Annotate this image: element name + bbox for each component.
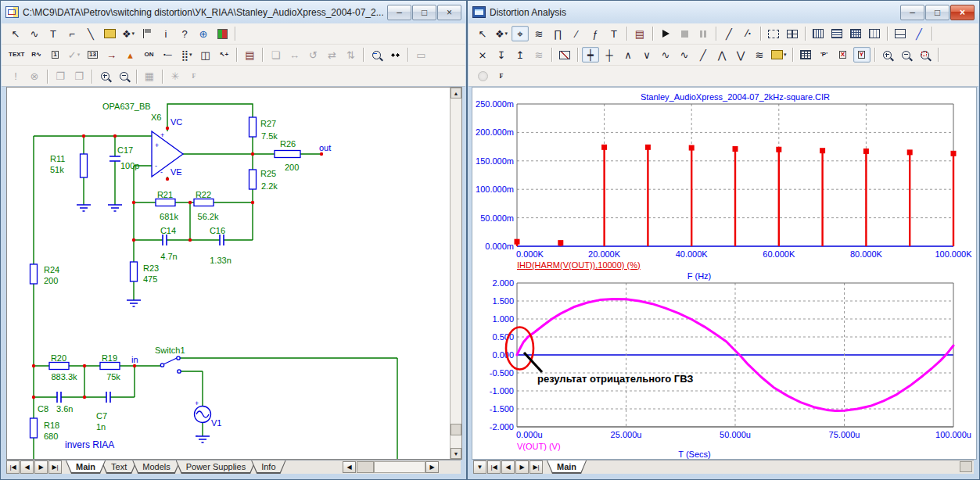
pin-state-icon[interactable]: ON (140, 47, 157, 63)
tab-text[interactable]: Text (101, 460, 137, 474)
wave-small2-icon[interactable]: ∿ (676, 47, 693, 63)
nav-button[interactable]: ▶| (48, 460, 62, 474)
minimize-button[interactable]: – (900, 5, 924, 20)
attribute-text-icon[interactable]: R∿ (27, 47, 45, 63)
probe-mode-icon[interactable]: ⌖ (512, 26, 529, 41)
power-icon[interactable]: ▴ (121, 47, 138, 63)
scroll-up-button[interactable]: ▲ (451, 88, 461, 99)
envelope-icon[interactable]: ≋ (751, 47, 768, 63)
zoom-in-icon[interactable] (879, 47, 896, 63)
nav-button[interactable]: |◀ (6, 460, 20, 474)
fx-icon[interactable]: ƒ (587, 26, 604, 41)
copy-page-icon[interactable]: ❐ (52, 69, 69, 84)
zoom-out-icon[interactable] (898, 47, 915, 63)
text-mode-icon[interactable]: T (45, 26, 62, 41)
vscroll-thumb[interactable] (451, 424, 461, 435)
stretch-icon[interactable]: ↔ (285, 47, 303, 63)
tab-main[interactable]: Main (66, 460, 106, 474)
nav-button[interactable]: |◀ (487, 460, 501, 474)
analysis-titlebar[interactable]: Distortion Analysis – □ × (468, 1, 979, 23)
flag-mode-icon[interactable] (138, 26, 156, 41)
table-icon[interactable] (797, 47, 814, 63)
data-points-icon[interactable]: ▾ (770, 47, 788, 63)
polyline-icon[interactable]: ╱• (739, 26, 756, 41)
find-wave-icon[interactable] (368, 47, 385, 63)
nav-button[interactable]: ◀ (20, 460, 34, 474)
select-box-icon[interactable] (765, 26, 782, 41)
wave-gray-icon[interactable]: ≋ (530, 47, 547, 63)
schematic-hscrollbar[interactable]: ◀ ▶ (343, 461, 452, 473)
pattern-vertical-icon[interactable] (809, 26, 827, 41)
plot-area[interactable]: Stanley_AudioXpress_2004-07_2kHz-square.… (472, 87, 977, 460)
display-icon[interactable]: ▭ (412, 47, 429, 63)
split-plot-icon[interactable] (892, 26, 909, 41)
close-button[interactable]: × (437, 5, 461, 20)
nav-button[interactable]: ▶ (34, 460, 48, 474)
attributes-icon[interactable]: ▤ (241, 47, 258, 63)
pause-icon[interactable] (695, 26, 712, 41)
rotate-icon[interactable]: ↺ (304, 47, 321, 63)
zoom-out-icon[interactable] (115, 69, 132, 84)
x-scale-icon[interactable]: X (835, 47, 852, 63)
nav-button[interactable]: ▶| (529, 460, 543, 474)
nav-button[interactable]: ▼ (473, 460, 486, 474)
hscroll-track[interactable] (374, 461, 425, 473)
globe-icon[interactable] (474, 69, 491, 84)
split-window-icon[interactable]: ◫ (196, 47, 214, 63)
minimize-button[interactable]: – (387, 5, 411, 20)
wire-mode-icon[interactable]: ∿ (26, 26, 43, 41)
error-circle-icon[interactable]: ⊗ (26, 69, 43, 84)
tab-models[interactable]: Models (132, 460, 180, 474)
paste-page-icon[interactable]: ❐ (70, 69, 88, 84)
cursor-snap-icon[interactable]: ↖+ (215, 47, 232, 63)
ortho-wire-icon[interactable]: ⌐ (63, 26, 81, 41)
grid-icon[interactable]: ⣿▾ (178, 47, 195, 63)
scope-xy-icon[interactable] (556, 47, 573, 63)
grid-text-icon[interactable]: TEXT (7, 47, 26, 63)
current-arrow-icon[interactable]: → (102, 47, 120, 63)
scroll-corner[interactable] (960, 461, 972, 472)
pattern-horizontal-icon[interactable] (828, 26, 845, 41)
schematic-canvas[interactable]: OPA637_BB X6 R11 51k C17 100p R27 7.5k R… (6, 87, 462, 460)
schematic-titlebar[interactable]: C:\MC9\DATA\Petrov\switching distortion\… (1, 1, 466, 23)
pin-numbers-icon[interactable]: 1 (46, 47, 63, 63)
help-mode-icon[interactable]: ? (176, 26, 193, 41)
ramp-icon[interactable]: ∕ (568, 26, 585, 41)
vip-icon[interactable]: ✓▾ (65, 47, 82, 63)
find-icon[interactable] (386, 47, 404, 63)
hscroll-thumb[interactable] (357, 461, 374, 473)
accuracy-icon[interactable] (214, 26, 231, 41)
schematic-vscrollbar[interactable]: ▲ ▼ (450, 88, 461, 459)
wave-pair-icon[interactable]: ≋ (530, 26, 547, 41)
peak-icon[interactable]: ∧ (619, 47, 637, 63)
skew-line-icon[interactable]: ╱ (910, 26, 928, 41)
shape-menu-icon[interactable]: ❖▾ (493, 26, 510, 41)
zoom-in-icon[interactable] (96, 69, 113, 84)
diagonal-line-icon[interactable]: ╲ (82, 26, 99, 41)
box-select-icon[interactable]: ❏ (267, 47, 284, 63)
node-numbers-icon[interactable]: 13 (84, 47, 101, 63)
web-icon[interactable]: ⊕ (195, 26, 212, 41)
peaks-icon[interactable]: ⋀ (713, 47, 731, 63)
function-f-icon[interactable]: F (185, 69, 203, 84)
wave-small-icon[interactable]: ∿ (657, 47, 674, 63)
cursor-high-icon[interactable]: ↥ (512, 47, 529, 63)
y-scale-icon[interactable]: Y (853, 47, 871, 63)
shape-menu-icon[interactable]: ❖▾ (120, 26, 137, 41)
tab-main[interactable]: Main (547, 460, 587, 474)
pattern-grid-icon[interactable] (847, 26, 864, 41)
tab-power-supplies[interactable]: Power Supplies (176, 460, 256, 474)
flip-y-icon[interactable]: ⇅ (342, 47, 359, 63)
pulse-icon[interactable]: ∏ (549, 26, 566, 41)
nav-button[interactable]: ▶ (515, 460, 529, 474)
cursor-low-icon[interactable]: ↧ (493, 47, 510, 63)
line-icon[interactable]: ╱ (720, 26, 738, 41)
valley-icon[interactable]: ∨ (638, 47, 655, 63)
maximize-button[interactable]: □ (925, 5, 949, 20)
maximize-button[interactable]: □ (412, 5, 436, 20)
scroll-right-button[interactable]: ▶ (425, 461, 439, 473)
select-tool-icon[interactable]: ↖ (7, 26, 24, 41)
zoom-box-icon[interactable] (917, 47, 934, 63)
stop-icon[interactable] (676, 26, 693, 41)
p-key-icon[interactable]: 'P' (816, 47, 833, 63)
